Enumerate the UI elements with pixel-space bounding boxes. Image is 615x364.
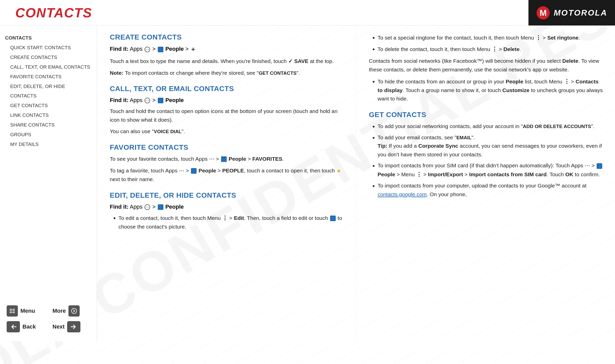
create-contacts-find-it: Find it: Apps ⋯ > 👤 People > + [110,44,346,54]
menu-dots-3: ⋮ [492,46,497,52]
call-text-body1: Touch and hold the contact to open optio… [110,107,346,124]
col2-bullet-hide: To hide the contacts from an account or … [371,77,605,103]
people-icon-5: 👤 [158,204,163,210]
people-icon-1: 👤 [158,47,163,52]
next-button-label: Next [53,323,65,330]
col2-bullet-ringtone: To set a special ringtone for the contac… [371,33,605,42]
more-button[interactable]: More [51,304,92,318]
svg-rect-4 [10,309,12,310]
sidebar-item-link[interactable]: LINK CONTACTS [5,110,92,120]
col2-bullet-delete: To delete the contact, touch it, then to… [371,45,605,54]
content-col-2: To set a special ringtone for the contac… [356,26,615,341]
person-inline-icon: 👤 [330,216,336,221]
col2-hide-bullet: To hide the contacts from an account or … [369,77,605,103]
header-logo-area: M CONTACTS [0,3,61,22]
get-contacts-title: GET CONTACTS [369,111,605,119]
header-title: CONTACTS [15,5,92,20]
edit-delete-hide-title: EDIT, DELETE, OR HIDE CONTACTS [110,191,346,199]
people-icon-4: 👤 [191,168,197,174]
sidebar: CONTACTS QUICK START: CONTACTS CREATE CO… [0,26,97,341]
more-icon [68,305,80,317]
get-bullet-sim: To import contacts from your SIM card (i… [371,161,605,179]
sidebar-item-create[interactable]: CREATE CONTACTS [5,53,92,62]
header: M CONTACTS M MOTOROLA [0,0,615,26]
edit-bullet-1: To edit a contact, touch it, then touch … [112,214,346,231]
apps-icon-4: ⋯ [179,168,184,173]
get-bullet-computer: To import contacts from your computer, u… [371,181,605,198]
menu-dots-4: ⋮ [564,78,570,85]
sidebar-nav: CONTACTS QUICK START: CONTACTS CREATE CO… [5,33,92,149]
col2-facebook-note: Contacts from social networks (like Face… [369,57,605,74]
svg-rect-9 [13,312,15,313]
sidebar-item-get[interactable]: GET CONTACTS [5,101,92,110]
call-text-email-find-it: Find it: Apps ⋯ > 👤 People [110,96,346,104]
create-contacts-body1: Touch a text box to type the name and de… [110,57,346,66]
apps-icon: ⋯ [144,47,150,52]
main-layout: CONTACTS QUICK START: CONTACTS CREATE CO… [0,26,615,341]
apps-icon-3: ⋯ [209,156,214,162]
back-button[interactable]: Back [5,320,46,333]
menu-button[interactable]: Menu [5,304,46,318]
edit-find-it: Find it: Apps ⋯ > 👤 People [110,203,346,211]
get-contacts-bullets: To add your social networking contacts, … [369,122,605,198]
get-bullet-email: To add your email contacts, see "EMAIL".… [371,133,605,159]
sidebar-item-favorite[interactable]: FAVORITE CONTACTS [5,72,92,82]
svg-rect-7 [13,309,15,310]
sidebar-item-share[interactable]: SHARE CONTACTS [5,120,92,130]
more-button-label: More [53,308,66,314]
people-icon-2: 👤 [158,98,163,103]
menu-dots-2: ⋮ [536,34,541,41]
apps-icon-2: ⋯ [144,98,150,103]
back-button-label: Back [22,323,36,330]
next-icon [67,321,80,332]
svg-point-10 [71,308,77,313]
plus-icon: + [191,44,195,54]
svg-rect-6 [10,312,12,313]
star-icon: ★ [336,168,341,174]
sidebar-item-groups[interactable]: GROUPS [5,130,92,140]
next-button[interactable]: Next [51,320,92,333]
motorola-brand-bar: M MOTOROLA [528,0,615,26]
col2-top-bullets: To set a special ringtone for the contac… [369,33,605,54]
svg-rect-5 [10,311,12,311]
content-col-1: CREATE CONTACTS Find it: Apps ⋯ > 👤 Peop… [97,26,356,341]
motorola-brand-logo: M [536,6,550,20]
favorite-body1: To see your favorite contacts, touch App… [110,155,346,163]
people-icon-3: 👤 [221,156,227,162]
sidebar-bottom: Menu More Back Next [5,304,92,336]
favorite-contacts-title: FAVORITE CONTACTS [110,143,346,152]
back-icon [7,321,20,332]
create-contacts-title: CREATE CONTACTS [110,33,346,41]
contacts-google-link[interactable]: contacts.google.com [378,191,427,197]
apps-icon-6: ⋯ [585,162,590,168]
sidebar-item-my-details[interactable]: MY DETAILS [5,140,92,149]
motorola-brand-text: MOTOROLA [554,8,607,18]
menu-dots-5: ⋮ [416,171,422,178]
call-text-body2: You can also use "VOICE DIAL". [110,127,346,136]
svg-rect-8 [13,311,15,311]
sidebar-item-edit-delete[interactable]: EDIT, DELETE, OR HIDE CONTACTS [5,82,92,101]
sidebar-item-quick-start[interactable]: QUICK START: CONTACTS [5,43,92,53]
call-text-email-title: CALL, TEXT, OR EMAIL CONTACTS [110,85,346,93]
menu-dots-1: ⋮ [222,215,228,221]
people-icon-6: 👤 [597,163,602,169]
edit-bullets: To edit a contact, touch it, then touch … [110,214,346,231]
menu-button-label: Menu [20,308,35,314]
menu-icon [7,305,18,317]
favorite-body2: To tag a favorite, touch Apps ⋯ > 👤 Peop… [110,166,346,184]
apps-icon-5: ⋯ [144,204,150,210]
create-contacts-note: Note: To import contacts or change where… [110,69,346,77]
get-bullet-social: To add your social networking contacts, … [371,122,605,131]
content-area: CREATE CONTACTS Find it: Apps ⋯ > 👤 Peop… [97,26,615,341]
sidebar-item-contacts[interactable]: CONTACTS [5,33,92,43]
sidebar-item-call-text-email[interactable]: CALL, TEXT, OR EMAIL CONTACTS [5,62,92,72]
svg-text:M: M [540,8,547,17]
